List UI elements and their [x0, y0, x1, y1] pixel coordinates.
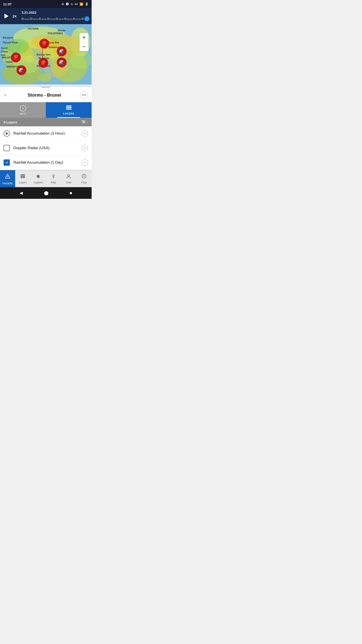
flood-icon-3: 🌊 — [18, 68, 24, 73]
filter-chevron-icon: › — [87, 120, 88, 124]
play-button[interactable] — [2, 12, 11, 20]
hazards-icon: ! — [3, 173, 12, 181]
filter-icon — [81, 120, 86, 124]
legend-icon — [36, 174, 41, 180]
google-icon: G — [71, 2, 73, 6]
layer-item-rainfall3h[interactable]: Rainfall Accumulation (3 Hour) i — [0, 126, 92, 141]
layer-info-btn-rainfall3h[interactable]: i — [82, 130, 88, 137]
zoom-in-button[interactable]: + — [79, 33, 88, 42]
tick — [58, 18, 61, 20]
layers-count: 5 Layers — [3, 120, 17, 124]
svg-text:?: ? — [83, 175, 85, 178]
flood-marker-1[interactable]: 🌊 — [57, 46, 67, 56]
signal-icon: 📶 — [79, 2, 83, 6]
back-button[interactable]: ‹ — [3, 91, 7, 99]
help-icon: ? — [81, 174, 86, 180]
sheet-header: ‹ Storms - Brunei ••• — [0, 89, 92, 102]
svg-point-31 — [52, 178, 54, 178]
tick — [61, 18, 64, 20]
battery-icon: 🔋 — [85, 2, 88, 6]
svg-point-13 — [7, 39, 29, 54]
svg-rect-28 — [20, 177, 25, 178]
layer-name-doppler: Doppler Radar (USA) — [13, 146, 82, 150]
layer-name-rainfall3h: Rainfall Accumulation (3 Hour) — [13, 131, 82, 136]
layer-info-btn-doppler[interactable]: i — [82, 145, 88, 151]
map-area[interactable]: VIETNAM Manila PHILIPPINES Bangkok Phnom… — [0, 24, 92, 84]
layer-item-doppler[interactable]: Doppler Radar (USA) i — [0, 141, 92, 156]
svg-marker-29 — [36, 174, 40, 178]
storm-icon-2: ⛈ — [14, 55, 18, 60]
tick — [24, 18, 27, 20]
storm-marker-1[interactable]: ⛈ — [39, 39, 49, 48]
storm-icon-1: ⛈ — [42, 41, 46, 46]
tab-layers-label: LAYERS — [63, 112, 74, 115]
check-mark-icon: ✓ — [5, 160, 8, 165]
tick — [81, 18, 84, 20]
nav-item-layers[interactable]: Layers — [15, 170, 30, 187]
nav-item-help[interactable]: ? Help — [76, 170, 92, 187]
tick — [33, 18, 35, 20]
settings-icon: ⚙ — [61, 2, 64, 6]
svg-rect-27 — [20, 176, 25, 177]
tick — [50, 18, 52, 20]
tick — [70, 18, 72, 20]
svg-text:!: ! — [7, 176, 8, 178]
flood-icon-1: 🌊 — [59, 49, 64, 54]
storm-marker-2[interactable]: ⛈ — [11, 52, 21, 62]
flood-marker-3[interactable]: 🌊 — [16, 65, 26, 75]
timeline-bar: 2X 3.21.2022 — [0, 8, 92, 24]
tick — [56, 18, 58, 20]
marker-connector-2 — [42, 44, 43, 59]
tick — [27, 18, 30, 20]
nav-item-map[interactable]: Map — [46, 170, 61, 187]
storm-icon-3: ⛈ — [41, 60, 45, 66]
map-nav-icon — [51, 174, 56, 180]
flood-marker-2[interactable]: 🌊 — [57, 58, 67, 67]
tab-underline — [57, 117, 80, 118]
flood-icon-2: 🌊 — [59, 60, 64, 65]
tick — [39, 18, 41, 20]
layers-count-row: 5 Layers › — [0, 118, 92, 126]
zoom-controls: + − — [79, 33, 88, 51]
timeline-track[interactable] — [21, 16, 89, 22]
filter-button[interactable]: › — [81, 120, 88, 124]
layer-info-btn-rainfall1d[interactable]: i — [82, 160, 88, 166]
layer-check-rainfall1d[interactable]: ✓ — [3, 160, 10, 166]
svg-point-11 — [69, 51, 92, 69]
nav-item-legend[interactable]: Legend — [31, 170, 46, 187]
tab-info-label: INFO — [19, 112, 26, 115]
speed-badge[interactable]: 2X — [12, 14, 19, 18]
android-back-button[interactable]: ◀ — [20, 190, 23, 196]
layer-check-rainfall3h[interactable] — [3, 130, 10, 137]
zoom-out-button[interactable]: − — [79, 42, 88, 51]
tab-info[interactable]: i INFO — [0, 102, 46, 118]
more-button[interactable]: ••• — [80, 91, 88, 99]
svg-rect-26 — [20, 174, 25, 175]
status-bar: 11:07 ⚙ 🅐 G ▾▾ 📶 🔋 — [0, 0, 92, 8]
nav-label-help: Help — [81, 181, 87, 184]
sheet-handle[interactable] — [41, 87, 50, 88]
tick — [30, 18, 32, 20]
layer-item-rainfall1d[interactable]: ✓ Rainfall Accumulation (1 Day) i — [0, 156, 92, 170]
nav-label-legend: Legend — [34, 181, 43, 184]
tab-layers[interactable]: LAYERS — [46, 102, 92, 118]
android-recent-button[interactable]: ■ — [70, 191, 72, 196]
svg-rect-16 — [66, 107, 71, 108]
user-icon — [66, 174, 71, 180]
nav-item-hazards[interactable]: ! Hazards — [0, 170, 15, 187]
layer-check-doppler[interactable] — [3, 145, 10, 151]
svg-rect-15 — [66, 106, 71, 106]
bottom-sheet: ‹ Storms - Brunei ••• i INFO LAYERS 5 La… — [0, 87, 92, 170]
android-home-button[interactable]: ⬤ — [44, 190, 48, 196]
timeline-date: 3.21.2022 — [21, 10, 89, 14]
layer-name-rainfall1d: Rainfall Accumulation (1 Day) — [13, 160, 82, 165]
notification-icon: 🅐 — [66, 2, 69, 6]
marker-connector-1 — [59, 52, 59, 57]
info-tab-icon: i — [20, 105, 26, 112]
nav-item-user[interactable]: User — [61, 170, 76, 187]
timeline-thumb[interactable] — [84, 16, 89, 21]
tick — [78, 18, 81, 20]
tick — [41, 18, 44, 20]
tick — [47, 18, 50, 20]
status-icons: ⚙ 🅐 G ▾▾ 📶 🔋 — [61, 2, 88, 6]
